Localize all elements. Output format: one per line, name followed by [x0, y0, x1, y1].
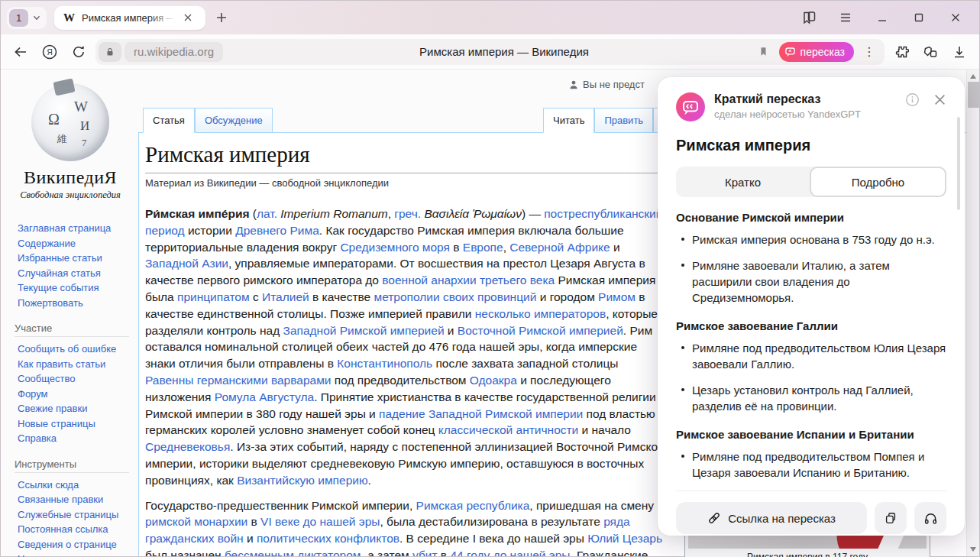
article-link[interactable]: Средиземного моря: [340, 241, 450, 254]
address-bar[interactable]: ru.wikipedia.org Римская империя — Викип…: [95, 39, 885, 65]
sidebar-link[interactable]: Цитировать страницу: [18, 552, 132, 557]
sidebar-link[interactable]: Сообщить об ошибке: [18, 342, 132, 357]
article-link[interactable]: Юлий Цезарь: [587, 532, 662, 545]
wiki-tab[interactable]: Читать: [543, 108, 594, 133]
article-link[interactable]: Европе: [463, 241, 503, 254]
article-link[interactable]: Восточной Римской империей: [458, 324, 623, 337]
wiki-tab[interactable]: Править: [594, 108, 653, 133]
article-link[interactable]: Римская республика: [416, 499, 530, 512]
wikipedia-logo[interactable]: W Ω И 維 7: [31, 83, 109, 161]
article-link[interactable]: Средневековья: [145, 440, 230, 453]
page-scrollbar[interactable]: [966, 70, 979, 556]
article-link[interactable]: Одоакра: [470, 374, 517, 387]
sidebar-link[interactable]: Постоянная ссылка: [18, 522, 132, 537]
svg-text:Я: Я: [47, 48, 52, 57]
new-tab-button[interactable]: [210, 6, 233, 29]
downloads-icon[interactable]: [947, 40, 972, 64]
tab-strip: 1 W Римская империя — Википедия: [1, 1, 979, 34]
summary-section-heading: Римское завоевание Испании и Британии: [676, 428, 946, 441]
article-link[interactable]: бессменным диктатором: [225, 549, 361, 556]
article-link[interactable]: греч.: [394, 207, 421, 220]
tab-count-menu[interactable]: 1: [7, 7, 47, 29]
sidebar-link[interactable]: Избранные статьи: [18, 251, 132, 266]
sidebar-link[interactable]: Заглавная страница: [18, 221, 132, 236]
article-link[interactable]: Константинополь: [337, 357, 432, 370]
refresh-icon[interactable]: [66, 40, 91, 64]
article-link[interactable]: военной анархии третьего века: [382, 274, 555, 287]
scroll-up-arrow[interactable]: [970, 74, 976, 79]
info-icon[interactable]: [905, 92, 920, 107]
article-link[interactable]: Северной Африке: [509, 241, 610, 254]
sidebar-link[interactable]: Сведения о странице: [18, 537, 132, 552]
quote-bubble-icon: «: [784, 46, 796, 57]
sidebar-link[interactable]: Форум: [18, 387, 132, 402]
minimize-icon[interactable]: [869, 6, 895, 29]
sidebar-link[interactable]: Ссылки сюда: [18, 478, 132, 493]
url-domain[interactable]: ru.wikipedia.org: [125, 42, 223, 62]
sidebar-link[interactable]: Как править статьи: [18, 357, 132, 372]
close-panel-icon[interactable]: [933, 93, 946, 106]
article-link[interactable]: Ромула Августула: [215, 390, 314, 403]
article-link[interactable]: убит: [412, 549, 438, 556]
panel-divider: [676, 491, 946, 491]
article-link[interactable]: Римом: [598, 290, 636, 303]
yandex-home-icon[interactable]: Я: [37, 40, 62, 64]
panel-scrollbar-thumb[interactable]: [957, 117, 960, 210]
sidebar-link[interactable]: Служебные страницы: [18, 507, 132, 523]
sidebar-link[interactable]: Связанные правки: [18, 492, 132, 507]
article-text: и городом: [536, 290, 598, 303]
menu-icon[interactable]: [833, 6, 859, 29]
article-link[interactable]: 44 году до нашей эры: [450, 549, 570, 556]
mode-tab[interactable]: Кратко: [676, 167, 810, 197]
article-link[interactable]: падение Западной Римской империи: [379, 407, 583, 420]
scroll-down-arrow[interactable]: [970, 547, 976, 552]
article-link[interactable]: Италией: [262, 290, 309, 303]
sidebar-link[interactable]: Новые страницы: [18, 416, 132, 432]
mode-tab[interactable]: Подробно: [810, 167, 946, 197]
back-icon[interactable]: [8, 40, 33, 64]
close-window-icon[interactable]: [943, 6, 969, 29]
sidebar-link[interactable]: Справка: [18, 431, 132, 446]
tab-close-icon[interactable]: [176, 6, 199, 29]
listen-button[interactable]: [914, 502, 946, 534]
article-link[interactable]: Равенны: [145, 374, 193, 387]
user-status[interactable]: Вы не предст: [568, 79, 645, 90]
article-link[interactable]: метрополии своих провинций: [374, 290, 536, 303]
wiki-tab[interactable]: Обсуждение: [195, 108, 273, 133]
article-link[interactable]: римской монархии: [145, 515, 247, 528]
article-link[interactable]: VI веке до нашей эры: [260, 515, 380, 528]
article-link[interactable]: Византийскую империю: [237, 474, 367, 487]
sidebar-link[interactable]: Свежие правки: [18, 401, 132, 416]
scrollbar-thumb[interactable]: [968, 82, 979, 108]
sidebar-link[interactable]: Пожертвовать: [18, 296, 132, 311]
summary-section-heading: Римское завоевание Галлии: [676, 319, 946, 332]
sidebar-link[interactable]: Случайная статья: [18, 266, 132, 281]
summary-chip-button[interactable]: « пересказ: [779, 42, 854, 62]
article-link[interactable]: несколько императоров: [475, 307, 606, 320]
article-link[interactable]: германскими варварами: [197, 374, 332, 387]
copy-button[interactable]: [875, 502, 907, 534]
wikipedia-favicon: W: [63, 11, 75, 24]
title-rule: [145, 173, 672, 173]
bookmark-icon[interactable]: [755, 40, 773, 64]
extensions-puzzle-icon[interactable]: [889, 40, 914, 64]
article-link[interactable]: лат.: [257, 207, 277, 220]
summary-link-button[interactable]: Ссылка на пересказ: [676, 502, 867, 534]
article-link[interactable]: принципатом: [177, 290, 250, 303]
article-link[interactable]: классической античности: [438, 423, 578, 436]
address-bar-menu-icon[interactable]: ⋮: [860, 44, 878, 59]
sidebar-link[interactable]: Текущие события: [18, 280, 132, 296]
article-text: под предводительством: [331, 374, 469, 387]
article-link[interactable]: политических конфликтов: [257, 532, 399, 545]
article-link[interactable]: Западной Римской империей: [283, 324, 445, 337]
collections-icon[interactable]: [918, 40, 943, 64]
wiki-tab[interactable]: Статья: [143, 108, 195, 133]
sidebar-link[interactable]: Сообщество: [18, 371, 132, 387]
sidebar-link[interactable]: Содержание: [18, 236, 132, 251]
maximize-icon[interactable]: [906, 6, 932, 29]
article-link[interactable]: Западной Азии: [145, 257, 228, 270]
browser-tab[interactable]: W Римская империя — Википедия: [54, 6, 205, 30]
ssl-lock-icon[interactable]: [99, 42, 121, 62]
side-panel-icon[interactable]: [796, 6, 822, 29]
article-link[interactable]: Древнего Рима: [235, 224, 319, 237]
